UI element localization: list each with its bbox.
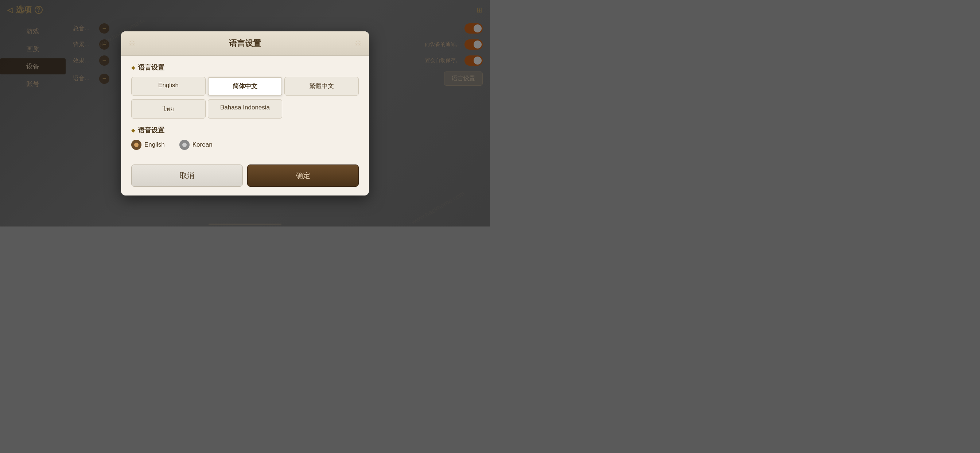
voice-option-english[interactable]: English bbox=[131, 140, 165, 150]
modal-overlay: ❊ 语言设置 ❊ ◆ 语言设置 English 简体中文 繁體中文 ไทย Ba… bbox=[0, 0, 490, 226]
lang-btn-simplified-chinese[interactable]: 简体中文 bbox=[208, 77, 282, 96]
voice-bullet: ◆ bbox=[131, 127, 135, 133]
radio-circle-english bbox=[131, 140, 142, 150]
lang-btn-indonesian[interactable]: Bahasa Indonesia bbox=[208, 99, 282, 118]
lang-section-title: 语言设置 bbox=[138, 63, 164, 72]
lang-btn-english[interactable]: English bbox=[131, 77, 205, 96]
cancel-button[interactable]: 取消 bbox=[131, 164, 243, 187]
modal-icon-left: ❊ bbox=[128, 38, 135, 48]
modal-body: ◆ 语言设置 English 简体中文 繁體中文 ไทย Bahasa Indo… bbox=[121, 56, 369, 164]
language-settings-modal: ❊ 语言设置 ❊ ◆ 语言设置 English 简体中文 繁體中文 ไทย Ba… bbox=[121, 31, 369, 196]
radio-label-korean: Korean bbox=[192, 141, 213, 148]
confirm-button[interactable]: 确定 bbox=[247, 164, 359, 187]
voice-section: ◆ 语音设置 English Korean bbox=[131, 126, 359, 150]
radio-label-english: English bbox=[145, 141, 165, 148]
lang-section-header: ◆ 语言设置 bbox=[131, 63, 359, 72]
voice-option-korean[interactable]: Korean bbox=[180, 140, 213, 150]
voice-section-header: ◆ 语音设置 bbox=[131, 126, 359, 135]
voice-options: English Korean bbox=[131, 140, 359, 150]
modal-header: ❊ 语言设置 ❊ bbox=[121, 31, 369, 56]
radio-inner-english bbox=[134, 143, 138, 147]
lang-btn-traditional-chinese[interactable]: 繁體中文 bbox=[285, 77, 359, 96]
voice-section-title: 语音设置 bbox=[138, 126, 164, 135]
lang-btn-thai[interactable]: ไทย bbox=[131, 99, 205, 118]
modal-icon-right: ❊ bbox=[355, 38, 362, 48]
modal-title: 语言设置 bbox=[229, 39, 261, 48]
modal-footer: 取消 确定 bbox=[121, 164, 369, 196]
radio-inner-korean bbox=[182, 143, 187, 147]
radio-circle-korean bbox=[180, 140, 189, 150]
lang-bullet: ◆ bbox=[131, 65, 135, 70]
language-grid-row2: ไทย Bahasa Indonesia bbox=[131, 99, 359, 118]
language-grid: English 简体中文 繁體中文 bbox=[131, 77, 359, 96]
